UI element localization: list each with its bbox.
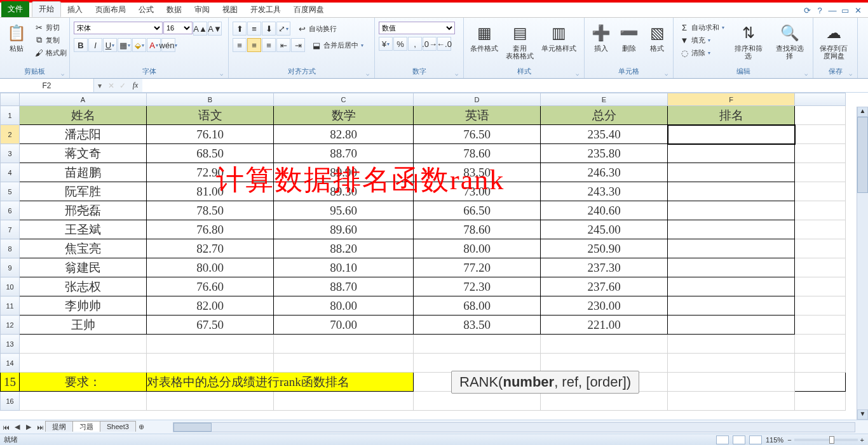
row-header-6[interactable]: 6 <box>1 201 20 220</box>
cell-chinese[interactable]: 82.00 <box>147 296 274 315</box>
row-header-14[interactable]: 14 <box>1 354 20 373</box>
cell-total[interactable]: 235.40 <box>541 125 668 144</box>
sheet-tab-习题[interactable]: 习题 <box>72 421 100 432</box>
row-header-8[interactable]: 8 <box>1 239 20 258</box>
bold-button[interactable]: B <box>74 38 88 52</box>
col-header-B[interactable]: B <box>147 93 274 106</box>
cell-math[interactable]: 88.70 <box>274 277 414 296</box>
header-cell[interactable]: 数学 <box>274 106 414 125</box>
empty-cell[interactable] <box>274 392 414 411</box>
zoom-out-button[interactable]: − <box>787 436 791 444</box>
orientation-button[interactable]: ⤢ <box>276 22 290 36</box>
cell-english[interactable]: 80.00 <box>414 239 541 258</box>
cell-math[interactable]: 80.00 <box>274 296 414 315</box>
align-bottom-button[interactable]: ⬇ <box>262 22 276 36</box>
header-cell[interactable]: 英语 <box>414 106 541 125</box>
empty-cell[interactable] <box>147 335 274 354</box>
cell-name[interactable]: 潘志阳 <box>20 125 147 144</box>
cell-english[interactable]: 83.50 <box>414 315 541 335</box>
cell-english[interactable]: 76.50 <box>414 125 541 144</box>
page-layout-view-button[interactable] <box>733 435 745 444</box>
align-top-button[interactable]: ⬆ <box>233 22 247 36</box>
cell-chinese[interactable]: 82.70 <box>147 239 274 258</box>
cell-rank[interactable] <box>668 201 795 220</box>
row-header-2[interactable]: 2 <box>1 125 20 144</box>
cell-rank[interactable] <box>668 258 795 277</box>
header-cell[interactable]: 语文 <box>147 106 274 125</box>
page-break-view-button[interactable] <box>749 435 762 444</box>
col-header-A[interactable]: A <box>20 93 147 106</box>
sheet-tab-Sheet3[interactable]: Sheet3 <box>100 421 136 432</box>
sheet-tab-提纲[interactable]: 提纲 <box>45 421 73 432</box>
empty-cell[interactable] <box>20 392 147 411</box>
header-cell[interactable]: 总分 <box>541 106 668 125</box>
cell-chinese[interactable]: 68.50 <box>147 144 274 163</box>
col-header-C[interactable]: C <box>274 93 414 106</box>
clear-button[interactable]: ◌清除 <box>677 47 726 58</box>
row-header-9[interactable]: 9 <box>1 258 20 277</box>
cell-english[interactable]: 83.50 <box>414 163 541 182</box>
cut-button[interactable]: ✂剪切 <box>32 22 69 33</box>
tab-nav-first[interactable]: ⏮ <box>0 423 11 431</box>
empty-cell[interactable] <box>541 392 668 411</box>
cell-total[interactable]: 245.00 <box>541 220 668 239</box>
row-header-1[interactable]: 1 <box>1 106 20 125</box>
empty-cell[interactable] <box>541 335 668 354</box>
align-left-button[interactable]: ≡ <box>233 38 247 52</box>
req-text[interactable]: 对表格中的总分成绩进行rank函数排名 <box>147 373 414 392</box>
cell-math[interactable]: 89.60 <box>274 220 414 239</box>
close-icon[interactable]: ✕ <box>853 5 863 15</box>
tab-nav-prev[interactable]: ◀ <box>11 423 23 431</box>
cell-math[interactable]: 82.80 <box>274 125 414 144</box>
cell-english[interactable]: 66.50 <box>414 201 541 220</box>
enter-formula-button[interactable]: ✓ <box>117 81 128 90</box>
cell-english[interactable]: 73.00 <box>414 182 541 201</box>
cell-chinese[interactable]: 72.90 <box>147 163 274 182</box>
cell-rank[interactable] <box>668 125 795 144</box>
empty-cell[interactable] <box>414 335 541 354</box>
dec-decimal-button[interactable]: ←.0 <box>437 37 451 51</box>
cell-name[interactable]: 焦宝亮 <box>20 239 147 258</box>
copy-button[interactable]: ⧉复制 <box>32 34 69 46</box>
normal-view-button[interactable] <box>716 435 729 444</box>
font-name-select[interactable]: 宋体 <box>74 22 163 34</box>
tab-view[interactable]: 视图 <box>216 3 244 17</box>
format-painter-button[interactable]: 🖌格式刷 <box>32 47 69 58</box>
row-header-11[interactable]: 11 <box>1 296 20 315</box>
col-header-E[interactable]: E <box>541 93 668 106</box>
cancel-formula-button[interactable]: ✕ <box>105 81 117 90</box>
hscroll-thumb[interactable] <box>173 423 212 432</box>
format-cells-button[interactable]: ▧格式 <box>644 22 670 53</box>
cell-chinese[interactable]: 76.10 <box>147 125 274 144</box>
cell-total[interactable]: 237.30 <box>541 258 668 277</box>
sync-icon[interactable]: ⟳ <box>802 5 812 15</box>
header-cell[interactable]: 姓名 <box>20 106 147 125</box>
tab-data[interactable]: 数据 <box>160 3 188 17</box>
cell-name[interactable]: 李帅帅 <box>20 296 147 315</box>
align-middle-button[interactable]: ≡ <box>247 22 261 36</box>
zoom-slider[interactable]: − + <box>787 436 864 444</box>
cell-chinese[interactable]: 78.50 <box>147 201 274 220</box>
number-format-select[interactable]: 数值 <box>379 22 455 34</box>
row-header-4[interactable]: 4 <box>1 163 20 182</box>
cell-name[interactable]: 蒋文奇 <box>20 144 147 163</box>
cell-math[interactable]: 89.30 <box>274 182 414 201</box>
empty-cell[interactable] <box>414 392 541 411</box>
zoom-in-button[interactable]: + <box>860 436 864 444</box>
cell-english[interactable]: 72.30 <box>414 277 541 296</box>
cell-name[interactable]: 张志权 <box>20 277 147 296</box>
empty-cell[interactable] <box>20 335 147 354</box>
cell-total[interactable]: 243.30 <box>541 182 668 201</box>
fill-button[interactable]: ▼填充 <box>677 34 726 46</box>
cell-name[interactable]: 阮军胜 <box>20 182 147 201</box>
sort-filter-button[interactable]: ⇅排序和筛选 <box>729 22 768 61</box>
empty-cell[interactable] <box>147 354 274 373</box>
cell-chinese[interactable]: 76.80 <box>147 220 274 239</box>
vertical-scrollbar[interactable]: ▲ ▼ <box>857 107 868 420</box>
cell-rank[interactable] <box>668 220 795 239</box>
cell-name[interactable]: 邢尧磊 <box>20 201 147 220</box>
empty-cell[interactable] <box>541 354 668 373</box>
cell-math[interactable]: 89.90 <box>274 163 414 182</box>
cell-name[interactable]: 王帅 <box>20 315 147 335</box>
row-header-12[interactable]: 12 <box>1 315 20 335</box>
